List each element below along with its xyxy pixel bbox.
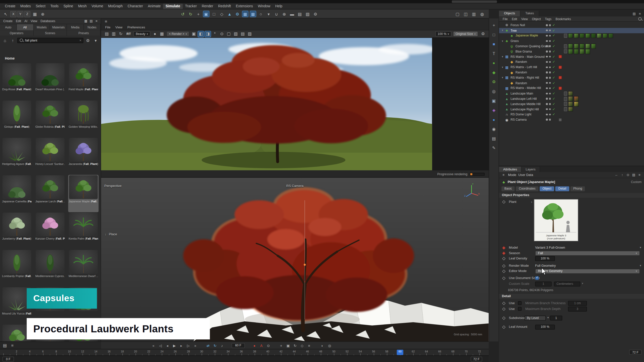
enabled-check-icon[interactable]: ✓ xyxy=(552,44,555,48)
timeline-layers-icon[interactable]: ▤ xyxy=(2,342,8,349)
size-dropdown[interactable]: Original Size ▾ xyxy=(453,31,478,36)
render-visibility-dot[interactable] xyxy=(549,40,551,42)
keyframe-marker[interactable] xyxy=(502,301,506,305)
menu-window[interactable]: Window xyxy=(255,4,273,9)
menu-tools[interactable]: Tools xyxy=(48,4,61,9)
texture-tag-icon[interactable] xyxy=(564,44,567,48)
z-axis-toggle[interactable]: Z xyxy=(24,11,30,17)
editor-visibility-dot[interactable] xyxy=(546,82,548,84)
asset-item-honey-locust-sunbur[interactable]: Honey Locust 'Sunbur… xyxy=(35,138,65,175)
star-icon[interactable]: * xyxy=(212,31,218,37)
viewport-filter-icon[interactable]: ▤ xyxy=(297,11,303,17)
menu-modes[interactable]: Modes xyxy=(18,4,33,9)
enabled-check-icon[interactable]: ✓ xyxy=(552,60,555,64)
enabled-check-icon[interactable]: ✓ xyxy=(552,29,555,32)
asset-menu-create[interactable]: Create xyxy=(2,18,14,24)
menu-mesh[interactable]: Mesh xyxy=(76,4,89,9)
model-mode-icon[interactable]: ▣ xyxy=(203,11,210,17)
material-chip[interactable] xyxy=(568,107,573,112)
texture-tag-icon[interactable] xyxy=(564,97,567,101)
material-chip[interactable] xyxy=(568,101,573,106)
region-render-icon[interactable]: ▢ xyxy=(225,31,232,37)
redo-icon[interactable]: ↻ xyxy=(187,11,194,17)
enabled-check-icon[interactable]: ✓ xyxy=(552,92,555,95)
up-level-icon[interactable]: ↑ xyxy=(10,37,16,43)
render-board-icon[interactable]: ▤ xyxy=(490,135,497,142)
material-chip[interactable] xyxy=(574,33,579,38)
asset-tab-auto[interactable]: Auto xyxy=(0,24,17,30)
material-chip[interactable] xyxy=(602,33,607,38)
render-visibility-dot[interactable] xyxy=(549,87,551,89)
editor-visibility-dot[interactable] xyxy=(546,66,548,68)
compare-a-icon[interactable]: ◧ xyxy=(197,31,204,37)
render-visibility-dot[interactable] xyxy=(549,72,551,73)
om-menu-tags[interactable]: Tags xyxy=(543,16,553,21)
asset-item-lombardy-poplar-fall[interactable]: Lombardy Poplar (Fall… xyxy=(2,250,32,287)
object-row-landscape-left-hill[interactable]: ▲Landscape Left Hill✓ xyxy=(499,96,644,101)
object-row-landscape-middle-hill[interactable]: ▲Landscape Middle Hill✓ xyxy=(499,101,644,107)
editor-visibility-dot[interactable] xyxy=(546,29,548,31)
pick-color-icon[interactable]: ⊙ xyxy=(219,31,225,37)
render-visibility-dot[interactable] xyxy=(549,98,551,100)
om-menu-bookmarks[interactable]: Bookmarks xyxy=(553,16,573,21)
compare-b-icon[interactable]: ◨ xyxy=(205,31,211,37)
attr-tab-attributes[interactable]: Attributes xyxy=(499,167,521,172)
editor-visibility-dot[interactable] xyxy=(546,87,548,89)
camera-name-label[interactable]: RS Camera xyxy=(101,184,489,188)
asset-globe-icon[interactable]: ◍ xyxy=(479,11,486,17)
asset-item-kanzan-cherry-fall-pl[interactable]: Kanzan Cherry (Fall, Pl… xyxy=(35,212,65,250)
grid-view-icon[interactable]: ▦ xyxy=(83,19,88,24)
primitive-cube-icon[interactable]: □ xyxy=(490,31,497,38)
material-chip[interactable] xyxy=(568,44,573,49)
layout-monitor-icon[interactable]: ▢ xyxy=(454,11,461,17)
tag-icon[interactable]: ◎ xyxy=(490,88,497,94)
autokey-button[interactable]: A xyxy=(258,342,264,348)
editor-visibility-dot[interactable] xyxy=(546,56,548,58)
plant-expander-icon[interactable]: › xyxy=(531,200,532,204)
visibility-dots[interactable] xyxy=(546,108,551,110)
om-menu-object[interactable]: Object xyxy=(530,16,543,21)
expand-arrow-icon[interactable]: ▾ xyxy=(501,76,504,79)
attr-section-tab-basic[interactable]: Basic xyxy=(501,186,515,191)
object-row-rs-matrix-main-ground[interactable]: ▾▦RS Matrix - Main Ground✓ xyxy=(499,54,644,59)
enabled-check-icon[interactable]: ✓ xyxy=(552,55,555,59)
generator-icon[interactable]: ■ xyxy=(490,41,497,47)
move-tool-icon[interactable]: + xyxy=(490,22,497,28)
editor-visibility-dot[interactable] xyxy=(546,119,548,121)
asset-item-japanese-maple-fall[interactable]: Japanese Maple (Fall, … xyxy=(68,175,99,212)
visibility-dots[interactable] xyxy=(546,114,551,115)
layout-columns-icon[interactable]: ▥ xyxy=(471,11,477,17)
material-chip[interactable] xyxy=(574,44,579,49)
play-mode-button[interactable]: ↻ xyxy=(212,342,218,348)
render-visibility-dot[interactable] xyxy=(549,56,551,58)
material-chip[interactable] xyxy=(591,44,596,49)
record-position-button[interactable]: + xyxy=(278,342,284,348)
viewport-menu-icon[interactable]: ≡ xyxy=(103,18,109,25)
record-scale-button[interactable]: ▣ xyxy=(285,342,291,348)
loop-mode-button[interactable]: ⇄ xyxy=(205,342,211,348)
asset-tab-operators[interactable]: Operators xyxy=(0,30,33,36)
keyframe-marker[interactable] xyxy=(502,269,506,273)
snapshot-icon[interactable]: ▣ xyxy=(191,31,197,37)
render-visibility-dot[interactable] xyxy=(549,82,551,84)
coordinate-system-icon[interactable]: ⊕ xyxy=(39,11,46,17)
render-view-icon[interactable]: ▧ xyxy=(304,11,311,17)
material-chip[interactable] xyxy=(568,33,573,38)
list-view-icon[interactable]: ▤ xyxy=(89,19,94,24)
home-icon[interactable]: ⌂ xyxy=(2,37,8,43)
enabled-check-icon[interactable]: ✓ xyxy=(552,39,555,43)
preview-range-button[interactable]: ◑ xyxy=(319,342,325,348)
render-visibility-dot[interactable] xyxy=(549,108,551,110)
range-start-field[interactable]: 0 F xyxy=(3,357,14,362)
document-end-field[interactable]: 72 F xyxy=(629,350,641,355)
editor-visibility-dot[interactable] xyxy=(546,24,548,26)
material-chip[interactable] xyxy=(574,96,579,101)
panel-layout-icon[interactable]: ▤ xyxy=(632,11,637,16)
enabled-check-icon[interactable]: ✓ xyxy=(552,97,555,101)
filter-icon[interactable]: ▧ xyxy=(232,31,239,37)
object-row-random[interactable]: ◆Random✓ xyxy=(499,59,644,65)
current-frame-field[interactable]: 60 F xyxy=(232,343,245,348)
object-row-focus-null[interactable]: ⊕Focus Null✓ xyxy=(499,23,644,28)
om-menu-view[interactable]: View xyxy=(519,16,530,21)
menu-character[interactable]: Character xyxy=(125,4,146,9)
